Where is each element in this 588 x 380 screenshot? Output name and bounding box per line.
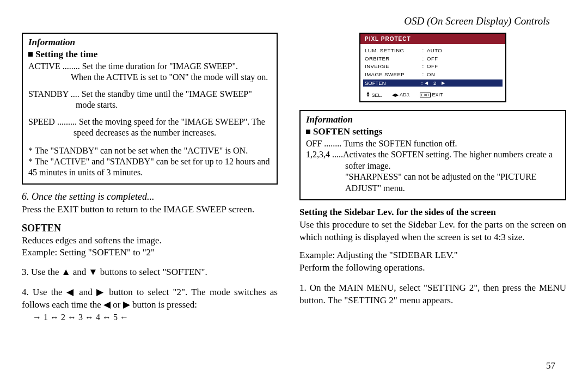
note2: * The "ACTIVE" and "STANDBY" can be set … (28, 156, 271, 178)
sharpness-note: "SHARPNESS" can not be adjusted on the "… (306, 171, 560, 194)
setting-the-time-title: Setting the time (28, 49, 271, 60)
active-def: ACTIVE ........ Set the time duration fo… (28, 61, 271, 83)
soften-step3: 3. Use the ▲ and ▼ buttons to select "SO… (22, 266, 278, 279)
step6-title: 6. Once the setting is completed... (22, 191, 278, 203)
osd-label: IMAGE SWEEP (365, 71, 419, 79)
soften-sequence: → 1 ↔ 2 ↔ 3 ↔ 4 ↔ 5 ← (22, 312, 278, 322)
off-def: OFF ........ Turns the SOFTEN function o… (306, 138, 560, 149)
osd-label: INVERSE (365, 63, 419, 71)
osd-colon: : (419, 63, 427, 71)
osd-value: OFF (427, 63, 438, 71)
sidebar-lev-heading: Setting the Sidebar Lev. for the sides o… (299, 207, 566, 218)
osd-label: SOFTEN (365, 80, 419, 86)
sidebar-step1: 1. On the MAIN MENU, select "SETTING 2",… (299, 282, 566, 307)
soften-desc1: Reduces edges and softens the image. (22, 235, 278, 247)
standby-def: STANDBY .... Set the standby time until … (28, 89, 271, 111)
page-header: OSD (On Screen Display) Controls (22, 15, 566, 27)
subheading-text: SOFTEN settings (313, 126, 382, 137)
info-title: Information (306, 114, 560, 125)
soften-settings-title: SOFTEN settings (306, 126, 560, 137)
osd-body: LUM. SETTING : AUTO ORBITER : OFF INVERS… (360, 44, 505, 89)
right-column: PIXL PROTECT LUM. SETTING : AUTO ORBITER… (299, 33, 566, 322)
osd-label: LUM. SETTING (365, 47, 419, 55)
osd-colon: : (419, 80, 425, 86)
standby-line1: STANDBY .... Set the standby time until … (28, 89, 271, 111)
osd-row-orbiter: ORBITER : OFF (365, 55, 501, 63)
exit-box-icon: EXIT (420, 93, 431, 97)
osd-colon: : (419, 71, 427, 79)
osd-label: ORBITER (365, 55, 419, 63)
osd-row-image-sweep: IMAGE SWEEP : ON (365, 71, 501, 79)
osd-sel: ▲▼ SEL. (366, 92, 382, 98)
soften-desc2: Example: Setting "SOFTEN" to "2" (22, 247, 278, 259)
speed-line1: SPEED ......... Set the moving speed for… (28, 117, 271, 139)
osd-exit: EXIT EXIT (420, 92, 443, 97)
osd-value: ON (427, 71, 435, 79)
osd-value-container: ◀ 2 ▶ (425, 80, 445, 86)
sidebar-ex2: Perform the following operations. (299, 262, 566, 274)
page-number: 57 (546, 360, 555, 371)
bullet-square-icon (28, 52, 33, 57)
osd-soften-value: 2 (433, 80, 436, 86)
osd-colon: : (419, 55, 427, 63)
step6-body: Press the EXIT button to return to the I… (22, 204, 278, 216)
subheading-text: Setting the time (35, 49, 97, 59)
triangle-right-icon: ▶ (442, 81, 445, 85)
osd-adj: ◀▶ ADJ. (392, 92, 411, 97)
osd-panel: PIXL PROTECT LUM. SETTING : AUTO ORBITER… (359, 33, 506, 102)
soften-step4: 4. Use the ◀ and ▶ button to select "2".… (22, 286, 278, 311)
osd-row-lum: LUM. SETTING : AUTO (365, 47, 501, 55)
updown-arrow-icon: ▲▼ (366, 92, 370, 97)
info-title: Information (28, 37, 271, 48)
osd-adj-label: ADJ. (400, 92, 411, 97)
osd-exit-label: EXIT (432, 92, 443, 97)
osd-footer: ▲▼ SEL. ◀▶ ADJ. EXIT EXIT (360, 89, 505, 101)
info-box-soften-settings: Information SOFTEN settings OFF ........… (299, 110, 566, 200)
osd-value: AUTO (427, 47, 442, 55)
triangle-left-icon: ◀ (425, 81, 428, 85)
osd-sel-label: SEL. (371, 93, 382, 98)
sidebar-ex1: Example: Adjusting the "SIDEBAR LEV." (299, 249, 566, 262)
info-box-setting-time: Information Setting the time ACTIVE ....… (22, 33, 278, 185)
nums-def: 1,2,3,4 .....Activates the SOFTEN settin… (306, 149, 560, 171)
sidebar-lev-body: Use this procedure to set the Sidebar Le… (299, 219, 566, 244)
osd-row-inverse: INVERSE : OFF (365, 63, 501, 71)
soften-heading: SOFTEN (22, 223, 278, 234)
bullet-square-icon (306, 130, 310, 134)
note1: * The "STANDBY" can not be set when the … (28, 145, 271, 156)
leftright-arrow-icon: ◀▶ (392, 93, 399, 97)
active-line1: ACTIVE ........ Set the time duration fo… (28, 62, 238, 71)
osd-value: OFF (427, 55, 438, 63)
left-column: Information Setting the time ACTIVE ....… (22, 33, 278, 322)
osd-row-soften-highlighted: SOFTEN : ◀ 2 ▶ (363, 79, 503, 87)
osd-title-bar: PIXL PROTECT (360, 34, 505, 44)
speed-def: SPEED ......... Set the moving speed for… (28, 117, 271, 139)
osd-colon: : (419, 47, 427, 55)
active-line2: When the ACTIVE is set to "ON" the mode … (28, 72, 271, 83)
